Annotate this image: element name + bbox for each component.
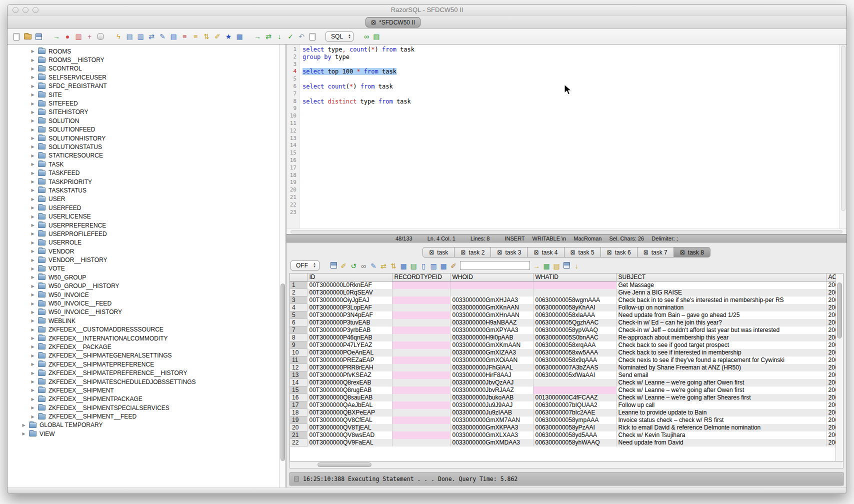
describe-table-icon[interactable]: ✎	[158, 32, 168, 42]
result-tab[interactable]: ⊠task 6	[601, 247, 638, 258]
table-cell[interactable]	[392, 439, 450, 446]
table-cell[interactable]	[392, 289, 450, 296]
tree-item[interactable]: ▶USER	[8, 195, 286, 204]
reload-table-icon[interactable]: ▦	[398, 261, 408, 271]
table-cell[interactable]: 200	[826, 394, 836, 402]
tree-item[interactable]: ▶TASKPRIORITY	[8, 178, 286, 186]
commit-icon[interactable]: ✓	[286, 32, 296, 42]
view-cell-icon[interactable]: ∞	[358, 261, 368, 271]
editor-line[interactable]	[302, 90, 840, 98]
tree-item[interactable]: ▶SOLUTIONFEED	[8, 126, 286, 134]
editor-line[interactable]	[302, 194, 840, 202]
close-icon[interactable]: ⊠	[460, 250, 466, 256]
editor-hscrollbar[interactable]	[286, 228, 846, 234]
disclosure-triangle-icon[interactable]: ▶	[30, 310, 35, 314]
add-note-icon[interactable]: ▤	[552, 261, 562, 271]
row-number-cell[interactable]: 12	[290, 364, 307, 372]
import-sql-icon[interactable]: →	[52, 32, 62, 42]
tree-item[interactable]: ▶ZKFEDEX__SHIPMATEPREFERENCE	[8, 360, 286, 368]
disclosure-triangle-icon[interactable]: ▶	[30, 162, 35, 166]
table-cell[interactable]: 0033000000H9i0pAAB	[450, 334, 533, 342]
sort-rows-icon[interactable]: ⇅	[388, 261, 398, 271]
disclosure-triangle-icon[interactable]: ▶	[30, 188, 35, 192]
tree-item[interactable]: ▶W50_INVOICE__FEED	[8, 299, 286, 308]
row-number-cell[interactable]: 16	[290, 394, 307, 402]
table-cell[interactable]: Need update from Bain – gave go ahead 1/…	[616, 312, 826, 319]
disclosure-triangle-icon[interactable]: ▶	[30, 292, 35, 297]
editor-line[interactable]	[302, 128, 840, 135]
results-list-icon[interactable]: ▤	[372, 32, 382, 42]
table-cell[interactable]: Rick to email David & reference Delmonte…	[616, 424, 826, 432]
table-cell[interactable]: Give Jenn a BIG RAISE	[616, 289, 826, 296]
tree-item[interactable]: ▶GLOBAL TEMPORARY	[8, 421, 286, 430]
table-cell[interactable]: 0033000000Ju9J9AAJ	[450, 402, 533, 409]
table-cell[interactable]	[392, 416, 450, 424]
row-number-cell[interactable]: 2	[290, 289, 307, 296]
table-cell[interactable]: 0033000000HirF8AAJ	[450, 372, 533, 379]
table-cell[interactable]: 200	[826, 386, 836, 394]
document-tab[interactable]: ⊠ *SFDCW50 II	[366, 17, 420, 28]
table-cell[interactable]: 200	[826, 379, 836, 386]
open-file-icon[interactable]	[22, 32, 32, 42]
table-cell[interactable]: 200	[826, 356, 836, 364]
table-cell[interactable]: Invoice status check – check w/ RS first	[616, 416, 826, 424]
edit-cell-icon[interactable]: ✎	[368, 261, 378, 271]
table-cell[interactable]: Nominated by Shane Freeman at ANZ (HR50)	[616, 364, 826, 372]
disclosure-triangle-icon[interactable]: ▶	[30, 49, 35, 54]
table-cell[interactable]: 0033000000H9aNBAAZ	[450, 319, 533, 326]
tree-item[interactable]: ▶USERLICENSE	[8, 212, 286, 220]
indent-sql-icon[interactable]: ✐	[212, 32, 222, 42]
table-cell[interactable]	[392, 409, 450, 416]
row-number-cell[interactable]: 18	[290, 409, 307, 416]
table-cell[interactable]: 00T3000000POeAnEAL	[307, 349, 392, 356]
row-number-cell[interactable]: 5	[290, 312, 307, 319]
table-scrollbar-horizontal[interactable]	[290, 462, 844, 468]
close-icon[interactable]: ⊠	[429, 250, 434, 256]
column-header[interactable]: SUBJECT	[616, 274, 826, 282]
disclosure-triangle-icon[interactable]: ▶	[30, 84, 35, 88]
table-cell[interactable]: 0033000000JbvQzAAJ	[450, 379, 533, 386]
table-cell[interactable]: 00T3000000P3tuvEAB	[307, 319, 392, 326]
table-cell[interactable]: 0033000000GmXKmAAN	[450, 342, 533, 349]
close-icon[interactable]: ⊠	[607, 250, 612, 256]
row-number-cell[interactable]: 14	[290, 379, 307, 386]
tree-item[interactable]: ▶ZKFEDEX__SHIPMATESCHEDULEDJOBSSETTINGS	[8, 378, 286, 386]
table-cell[interactable]: 00T3000000Q8sauEAB	[307, 394, 392, 402]
format-sql-icon[interactable]: ≡	[190, 32, 200, 42]
tree-item[interactable]: ▶STATICRESOURCE	[8, 152, 286, 160]
table-cell[interactable]: Follow up call	[616, 402, 826, 409]
table-cell[interactable]: 0033000000GmXM7AAN	[450, 416, 533, 424]
result-tab[interactable]: ⊠task 4	[528, 247, 564, 258]
disclosure-triangle-icon[interactable]: ▶	[30, 171, 35, 176]
result-tab[interactable]: ⊠task 5	[564, 247, 601, 258]
disclosure-triangle-icon[interactable]: ▶	[30, 180, 35, 184]
table-cell[interactable]: Check w/ Leanne – we're going after Shea…	[616, 394, 826, 402]
table-cell[interactable]: 00630000005xfWaAAI	[533, 372, 616, 379]
tree-item[interactable]: ▶VOTE	[8, 264, 286, 273]
table-cell[interactable]: 200	[826, 432, 836, 439]
table-cell[interactable]: Check back to see if good target prospec…	[616, 342, 826, 349]
disclosure-triangle-icon[interactable]: ▶	[30, 128, 35, 132]
insert-row-icon[interactable]: ⇄	[378, 261, 388, 271]
fetch-next-icon[interactable]: ↓	[572, 261, 582, 271]
editor-line[interactable]: select distinct type from task	[302, 98, 840, 106]
row-number-cell[interactable]: 20	[290, 424, 307, 432]
text-view-icon[interactable]: ▯	[418, 261, 428, 271]
tree-item[interactable]: ▶ROOMS	[8, 47, 286, 56]
column-header[interactable]: RECORDTYPEID	[392, 274, 450, 282]
sidebar-scrollbar[interactable]	[279, 44, 286, 488]
editor-scrollbar[interactable]	[840, 44, 846, 228]
table-cell[interactable]: 00T3000000L0RknEAF	[307, 282, 392, 289]
disclosure-triangle-icon[interactable]: ▶	[30, 136, 35, 140]
disclosure-triangle-icon[interactable]: ▶	[22, 423, 26, 428]
table-cell[interactable]: 00T3000000P47LYEAZ	[307, 342, 392, 349]
tree-item[interactable]: ▶ZKFEDEX__SHIPMATEPREFERENCE__HISTORY	[8, 368, 286, 377]
table-cell[interactable]: 00630000007bIQUAA2	[533, 402, 616, 409]
table-cell[interactable]: Leanne to provide update to Bain	[616, 409, 826, 416]
table-cell[interactable]: 00T3000000L0RqSEAV	[307, 289, 392, 296]
disclosure-triangle-icon[interactable]: ▶	[30, 144, 35, 149]
row-number-cell[interactable]: 11	[290, 356, 307, 364]
table-cell[interactable]	[392, 296, 450, 304]
table-cell[interactable]	[392, 319, 450, 326]
disclosure-triangle-icon[interactable]: ▶	[30, 336, 35, 340]
